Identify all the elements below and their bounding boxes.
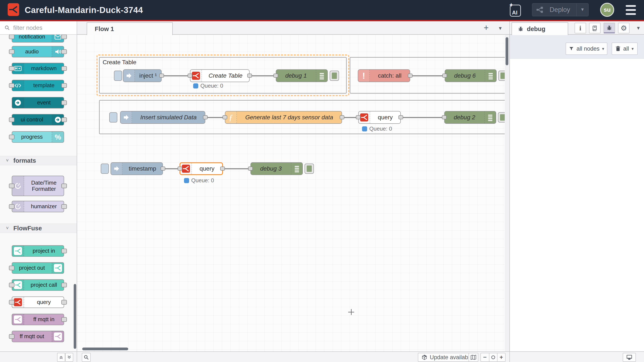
deploy-options-caret[interactable]: ▾ — [576, 3, 588, 16]
sidebar-tab-debug[interactable]: debug — [512, 22, 568, 35]
palette-node-ui-control[interactable]: ui control — [12, 114, 64, 126]
node-timestamp[interactable]: timestamp — [110, 162, 163, 175]
zoom-out-button[interactable]: − — [481, 353, 489, 361]
palette-filter-input[interactable] — [13, 24, 71, 31]
palette-node-project-out[interactable]: project out — [12, 262, 64, 274]
tab-flow-1[interactable]: Flow 1 — [87, 22, 173, 35]
palette-node-markdown[interactable]: markdown — [12, 63, 64, 74]
output-port[interactable] — [408, 74, 412, 78]
palette-node-project-call[interactable]: project call — [12, 279, 64, 291]
palette-scroll-area[interactable]: notification audio markdown template — [0, 35, 77, 351]
node-create-table-query[interactable]: Create Table — [190, 69, 250, 82]
app-header: Careful-Mandarin-Duck-3744 ✦ AI Deploy ▾… — [0, 0, 644, 20]
input-port[interactable] — [442, 115, 446, 119]
node-debug-3[interactable]: debug 3 — [250, 162, 303, 175]
node-query-2[interactable]: query — [358, 111, 401, 124]
main-menu-button[interactable] — [626, 5, 636, 15]
palette-collapse-button[interactable] — [57, 353, 65, 362]
inject-button[interactable] — [114, 71, 122, 81]
user-avatar[interactable]: su — [600, 3, 614, 17]
node-catch-all[interactable]: ! catch: all — [358, 69, 410, 82]
flow-list-caret[interactable]: ▾ — [495, 23, 506, 33]
palette-node-ff-mqtt-out[interactable]: ff mqtt out — [12, 331, 64, 342]
canvas-vscrollbar[interactable] — [506, 37, 508, 65]
inject-arrow-icon — [120, 111, 132, 123]
canvas-search-button[interactable] — [82, 353, 91, 362]
update-available-button[interactable]: Update available — [418, 353, 476, 362]
palette-node-progress[interactable]: progress % — [12, 131, 64, 143]
output-port[interactable] — [160, 167, 165, 171]
debug-toggle-button[interactable] — [330, 71, 339, 81]
input-port[interactable] — [356, 115, 360, 119]
debug-toggle-button[interactable] — [304, 164, 314, 174]
info-tab-button[interactable]: i — [574, 23, 586, 33]
debug-filter-toolbar: all nodes ▾ all ▾ — [510, 35, 644, 59]
navigator-map-button[interactable] — [468, 353, 478, 362]
palette-expand-button[interactable] — [65, 353, 73, 362]
sidebar-menu-caret[interactable]: ▾ — [637, 25, 640, 31]
input-port[interactable] — [274, 74, 278, 78]
palette-node-humanizer[interactable]: humanizer — [12, 201, 64, 212]
palette-node-audio[interactable]: audio — [12, 46, 64, 57]
inject-button[interactable] — [109, 112, 117, 123]
zoom-reset-button[interactable] — [489, 353, 497, 361]
flowfuse-icon — [12, 314, 24, 325]
debug-filter-button[interactable]: all nodes ▾ — [566, 42, 607, 55]
wire — [160, 75, 188, 76]
debug-clear-button[interactable]: all ▾ — [612, 42, 638, 55]
palette-node-notification[interactable]: notification — [12, 35, 64, 42]
input-port[interactable] — [442, 74, 447, 78]
add-flow-button[interactable]: + — [480, 23, 492, 33]
input-port[interactable] — [222, 115, 227, 119]
debug-toggle-button[interactable] — [498, 71, 505, 81]
canvas-vscrollbar-track[interactable] — [505, 35, 510, 351]
node-query-3-selected[interactable]: query — [180, 162, 223, 175]
node-inject-1[interactable]: inject ¹ — [123, 69, 162, 82]
output-port[interactable] — [159, 74, 164, 78]
output-port[interactable] — [398, 115, 403, 119]
output-port[interactable] — [203, 115, 208, 119]
output-port[interactable] — [220, 167, 225, 171]
wire — [399, 117, 444, 118]
deploy-button[interactable]: Deploy ▾ — [532, 3, 589, 16]
node-insert-simulated-data[interactable]: Insert simulated Data — [120, 111, 205, 124]
trash-icon — [616, 46, 620, 51]
ai-assistant-button[interactable]: ✦ AI — [509, 2, 522, 17]
input-port[interactable] — [178, 167, 182, 171]
node-debug-2[interactable]: debug 2 — [444, 111, 496, 124]
node-generate-function[interactable]: ƒ Generate last 7 days sensor data — [225, 111, 342, 124]
palette-scrollbar[interactable] — [74, 284, 76, 349]
debug-toggle-button[interactable] — [498, 112, 505, 123]
input-port[interactable] — [188, 74, 192, 78]
config-tab-button[interactable]: ⚙ — [618, 23, 630, 33]
exclamation-icon: ! — [358, 70, 370, 82]
palette-node-datetime-formatter[interactable]: Date/Time Formatter — [12, 176, 64, 196]
status-dot — [184, 178, 189, 183]
debug-tab-button[interactable] — [604, 23, 615, 33]
palette-node-ff-mqtt-in[interactable]: ff mqtt in — [12, 314, 64, 325]
palette-section-formats[interactable]: ˅ formats — [0, 156, 77, 165]
palette-node-event[interactable]: event — [12, 97, 64, 108]
percent-icon: % — [52, 132, 64, 142]
canvas-hscrollbar[interactable] — [82, 348, 128, 350]
palette-search[interactable] — [0, 21, 77, 35]
zoom-controls: − + — [480, 353, 506, 362]
bug-icon — [518, 26, 524, 32]
palette-node-query[interactable]: query — [12, 297, 64, 308]
palette-node-template[interactable]: template — [12, 80, 64, 91]
chevron-down-icon: ˅ — [6, 158, 9, 163]
wire — [250, 75, 276, 76]
open-dashboard-button[interactable] — [623, 353, 636, 362]
palette-section-flowfuse[interactable]: ˅ FlowFuse — [0, 223, 77, 233]
inject-button[interactable] — [101, 164, 109, 174]
help-tab-button[interactable] — [589, 23, 600, 33]
output-port[interactable] — [340, 115, 344, 119]
arrow-circle-icon — [12, 97, 24, 108]
zoom-in-button[interactable]: + — [497, 353, 505, 361]
output-port[interactable] — [247, 74, 252, 78]
palette-node-project-in[interactable]: project in — [12, 245, 64, 257]
input-port[interactable] — [248, 167, 253, 171]
node-debug-6[interactable]: debug 6 — [445, 69, 497, 82]
flow-canvas[interactable]: Create Table inject ¹ Create Table Queue… — [77, 35, 505, 351]
node-debug-1[interactable]: debug 1 — [276, 69, 328, 82]
